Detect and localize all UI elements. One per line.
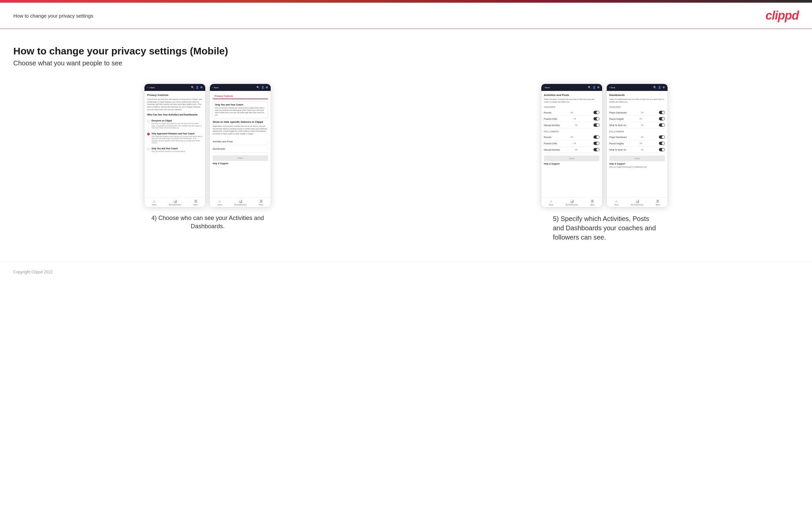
menu-dashboards[interactable]: Dashboards ›	[212, 145, 268, 153]
toggle-round-insights-followers: Round Insights ON	[609, 140, 665, 147]
help-support-4: Help & Support	[609, 163, 665, 165]
round-insights-followers-label: Round Insights	[609, 143, 624, 145]
screenshots-pair-2: ‹ Back 🔍 👤 ⚙ Activities and Posts Select…	[541, 83, 668, 207]
home-icon-3: ⌂	[550, 200, 552, 203]
footer-menu[interactable]: ☰ Menu	[194, 200, 198, 206]
round-insights-coaches-label: Round Insights	[609, 118, 624, 120]
toggle-work-on-coaches-switch[interactable]	[659, 123, 665, 127]
screenshots-pair-1: ‹ < Back 🔍 👤 ⚙ Privacy Controls Control …	[144, 83, 271, 207]
rounds-followers-label: Rounds	[544, 136, 551, 138]
followers-label-3: FOLLOWERS	[544, 130, 600, 133]
footer-home-3[interactable]: ⌂ Home	[549, 200, 553, 206]
toggle-practice-coaches-switch[interactable]	[594, 117, 600, 120]
save-button-4[interactable]: Save	[609, 156, 665, 161]
menu-activities[interactable]: Activities and Posts ›	[212, 138, 268, 145]
header: How to change your privacy settings clip…	[0, 3, 812, 29]
toggle-rounds-coaches: Rounds ON	[544, 110, 600, 116]
performance-icon-2: 📊	[239, 200, 243, 203]
toggle-player-dash-followers-switch[interactable]	[659, 135, 665, 139]
phone-4: ‹ Back 🔍 👤 ⚙ Dashboards Select the dashb…	[606, 83, 668, 207]
person-icon-3: 👤	[593, 86, 596, 89]
menu-icon: ☰	[194, 200, 197, 203]
work-on-followers-label: What To Work On	[609, 149, 626, 151]
phone-2-content: Privacy Controls Only You and Your Coach…	[210, 91, 271, 197]
footer-performance-4[interactable]: 📊 My Performance	[631, 200, 643, 206]
toggle-manual-coaches: Manual Activities ON	[544, 122, 600, 128]
footer-menu-3[interactable]: ☰ Menu	[590, 200, 595, 206]
copyright-text: Copyright Clippd 2022	[13, 270, 53, 274]
phone-1: ‹ < Back 🔍 👤 ⚙ Privacy Controls Control …	[144, 83, 206, 207]
header-title: How to change your privacy settings	[13, 13, 93, 18]
tab-privacy-controls[interactable]: Privacy Controls	[212, 94, 235, 99]
phone-1-back: ‹ < Back	[147, 86, 155, 89]
radio-approved[interactable]	[147, 133, 150, 135]
settings-icon-4: ⚙	[663, 86, 665, 89]
phone-3-footer: ⌂ Home 📊 My Performance ☰ Menu	[541, 197, 602, 207]
toggle-round-insights-coaches-switch[interactable]	[659, 117, 665, 120]
privacy-controls-desc: Control how you and your data appears to…	[147, 98, 203, 111]
option-coach-only: Only You and Your Coach Only you and the…	[147, 146, 203, 154]
caption-5-line2: and Dashboards your coaches and	[553, 224, 656, 232]
logo: clippd	[765, 9, 799, 22]
footer-performance[interactable]: 📊 My Performance	[169, 200, 181, 206]
page-subtitle: Choose what you want people to see	[13, 59, 799, 67]
toggle-rounds-coaches-switch[interactable]	[594, 111, 600, 114]
show-hide-title: Show or hide specific features in Clippd	[212, 120, 268, 123]
save-button-2[interactable]: Save	[212, 155, 268, 161]
phone-3-back: ‹ Back	[544, 86, 550, 89]
footer-menu-2[interactable]: ☰ Menu	[259, 200, 263, 206]
followers-label-4: FOLLOWERS	[609, 130, 665, 133]
footer-home-2[interactable]: ⌂ Home	[217, 200, 222, 206]
toggle-practice-followers-switch[interactable]	[594, 142, 600, 145]
phone-2-icons: 🔍 👤 ⚙	[256, 86, 268, 89]
footer-performance-2[interactable]: 📊 My Performance	[235, 200, 247, 206]
option-everyone-desc: Everyone on Clippd can search for you an…	[151, 122, 203, 129]
person-icon-2: 👤	[261, 86, 264, 89]
settings-icon: ⚙	[200, 86, 203, 89]
footer-home[interactable]: ⌂ Home	[152, 200, 156, 206]
help-support-3: Help & Support	[544, 163, 600, 165]
toggle-rounds-followers-switch[interactable]	[594, 135, 600, 139]
footer-performance-3[interactable]: 📊 My Performance	[566, 200, 578, 206]
activities-posts-desc: Select the types of activity that you'd …	[544, 98, 600, 103]
privacy-controls-title: Privacy Controls	[147, 94, 203, 97]
toggle-manual-coaches-switch[interactable]	[594, 123, 600, 127]
toggle-manual-followers-switch[interactable]	[594, 148, 600, 151]
option-everyone-title: Everyone on Clippd	[151, 119, 203, 122]
menu-icon-4: ☰	[656, 200, 659, 203]
toggle-work-on-followers-switch[interactable]	[659, 148, 665, 151]
coaches-label-3: COACHES	[544, 106, 600, 108]
phone-3-icons: 🔍 👤 ⚙	[588, 86, 600, 89]
performance-icon: 📊	[173, 200, 177, 203]
footer-menu-4[interactable]: ☰ Menu	[656, 200, 660, 206]
phone-3: ‹ Back 🔍 👤 ⚙ Activities and Posts Select…	[541, 83, 602, 207]
info-box-title: Only You and Your Coach	[215, 104, 266, 106]
home-icon: ⌂	[153, 200, 155, 203]
practice-coaches-label: Practice Drills	[544, 118, 557, 120]
search-icon-4: 🔍	[653, 86, 657, 89]
settings-icon-3: ⚙	[597, 86, 600, 89]
chevron-dashboards: ›	[267, 147, 268, 150]
radio-everyone[interactable]	[147, 120, 150, 122]
help-support-4-text: Visit our Clippd community to troublesho…	[609, 166, 665, 169]
menu-icon-2: ☰	[260, 200, 263, 203]
option-everyone: Everyone on Clippd Everyone on Clippd ca…	[147, 118, 203, 131]
option-approved-title: Only Approved Followers and Your Coach	[151, 132, 203, 135]
dashboards-title: Dashboards	[609, 94, 665, 97]
radio-coach-only[interactable]	[147, 148, 150, 150]
save-button-3[interactable]: Save	[544, 156, 600, 161]
show-hide-text: Regardless of the privacy controls that …	[212, 125, 268, 135]
footer-home-4[interactable]: ⌂ Home	[614, 200, 618, 206]
performance-icon-4: 📊	[635, 200, 639, 203]
caption-5: 5) Specify which Activities, Posts and D…	[553, 214, 656, 242]
tab-bar: Privacy Controls	[212, 94, 268, 99]
help-support-2: Help & Support	[212, 162, 268, 165]
performance-icon-3: 📊	[570, 200, 574, 203]
page-title: How to change your privacy settings (Mob…	[13, 46, 799, 57]
toggle-round-insights-followers-switch[interactable]	[659, 142, 665, 145]
screenshot-group-1: ‹ < Back 🔍 👤 ⚙ Privacy Controls Control …	[13, 83, 402, 231]
toggle-round-insights-coaches: Round Insights ON	[609, 116, 665, 122]
coaches-label-4: COACHES	[609, 106, 665, 108]
toggle-player-dash-coaches-switch[interactable]	[659, 111, 665, 114]
chevron-activities: ›	[267, 140, 268, 143]
